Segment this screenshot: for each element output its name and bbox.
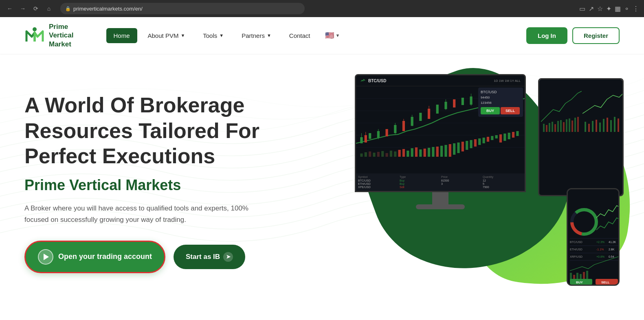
svg-rect-27	[449, 144, 451, 157]
svg-rect-17	[407, 151, 409, 157]
svg-rect-30	[462, 142, 464, 151]
chevron-down-icon: ▼	[180, 33, 185, 38]
svg-rect-24	[436, 147, 439, 157]
svg-rect-23	[432, 147, 434, 157]
url-text: primeverticalmarkets.com/en/	[73, 6, 143, 12]
logo-icon	[24, 25, 45, 46]
monitor-base	[416, 204, 465, 209]
profile-icon[interactable]: ⚬	[624, 5, 629, 13]
svg-rect-34	[478, 138, 481, 145]
tablet-chart-2	[582, 81, 623, 134]
col-type: Type	[400, 175, 440, 178]
svg-rect-41	[508, 133, 510, 139]
language-selector[interactable]: 🇺🇸 ▼	[321, 28, 344, 42]
back-button[interactable]: ←	[5, 4, 15, 13]
svg-text:+2.3%: +2.3%	[596, 241, 604, 243]
col-price: Price	[441, 175, 481, 178]
address-bar[interactable]: 🔒 primeverticalmarkets.com/en/	[60, 3, 305, 14]
browser-toolbar: ▭ ↗ ☆ ✦ ▦ ⚬ ⋮	[579, 5, 639, 13]
start-ib-button[interactable]: Start as IB ➤	[174, 245, 245, 269]
monitor-screen: BTC/USD 1D 1W 1M 1Y ALL	[355, 74, 526, 192]
svg-rect-26	[444, 145, 447, 157]
tablet-device	[538, 78, 624, 196]
svg-text:+0.8%: +0.8%	[596, 255, 604, 258]
open-account-button[interactable]: Open your trading account	[24, 241, 165, 273]
nav-item-partners[interactable]: Partners ▼	[234, 28, 279, 43]
login-button[interactable]: Log In	[526, 27, 567, 44]
star-icon[interactable]: ☆	[597, 5, 603, 13]
nav-item-contact[interactable]: Contact	[282, 28, 318, 43]
tablet-chart-1	[541, 81, 582, 134]
hero-section: A World Of Brokerage Resources Tailored …	[0, 54, 644, 320]
svg-rect-91	[585, 122, 586, 132]
menu-icon[interactable]: ⋮	[633, 5, 639, 13]
svg-rect-96	[603, 119, 604, 132]
nav-item-about[interactable]: About PVM ▼	[141, 28, 193, 43]
svg-rect-93	[592, 121, 593, 132]
svg-text:BTC/USD: BTC/USD	[570, 241, 582, 243]
svg-rect-22	[428, 148, 430, 157]
svg-rect-19	[415, 147, 418, 157]
svg-rect-77	[543, 124, 545, 132]
navbar: Prime Vertical Market Home About PVM ▼ T…	[0, 17, 644, 54]
share-icon[interactable]: ↗	[589, 5, 594, 13]
svg-point-0	[33, 27, 37, 31]
order-row-3: XPE/USD Sell 7900	[358, 186, 523, 188]
hero-description: A Broker where you will have access to q…	[24, 203, 257, 225]
svg-rect-87	[571, 121, 573, 132]
extension-icon[interactable]: ✦	[606, 5, 611, 13]
home-button[interactable]: ⌂	[44, 4, 54, 13]
lock-icon: 🔒	[65, 6, 71, 11]
play-triangle	[44, 254, 49, 260]
svg-rect-52	[419, 113, 422, 121]
svg-rect-56	[453, 99, 455, 107]
flag-icon: 🇺🇸	[325, 31, 334, 40]
svg-rect-31	[466, 141, 468, 150]
svg-rect-35	[483, 138, 485, 143]
svg-rect-29	[457, 142, 459, 153]
svg-rect-79	[549, 123, 550, 132]
svg-rect-6	[360, 153, 363, 157]
logo[interactable]: Prime Vertical Market	[24, 22, 74, 48]
svg-rect-81	[554, 124, 556, 132]
split-view-icon[interactable]: ▦	[615, 5, 621, 13]
monitor-stand	[432, 192, 448, 204]
svg-rect-11	[381, 151, 384, 157]
svg-rect-40	[503, 134, 506, 141]
svg-text:41.2K: 41.2K	[609, 241, 616, 243]
order-table: Symbol Type Price Quantity BTC/USD Buy 8…	[356, 173, 525, 191]
svg-rect-113	[570, 253, 619, 253]
svg-rect-36	[487, 137, 489, 142]
reload-button[interactable]: ⟳	[31, 4, 41, 13]
forward-button[interactable]: →	[18, 4, 28, 13]
svg-rect-46	[369, 133, 371, 139]
svg-rect-39	[499, 134, 502, 142]
svg-rect-99	[614, 117, 615, 132]
order-row-1: BTC/USD Buy 81500 12	[358, 179, 523, 182]
nav-item-tools[interactable]: Tools ▼	[196, 28, 231, 43]
price-label: 94450	[481, 96, 490, 99]
svg-rect-82	[557, 121, 559, 132]
chart-title-bar: BTC/USD 1D 1W 1M 1Y ALL	[356, 75, 525, 86]
nav-item-home[interactable]: Home	[106, 28, 137, 43]
cast-icon[interactable]: ▭	[579, 5, 585, 13]
svg-rect-18	[411, 148, 413, 157]
hero-subheading: Prime Vertical Markets	[24, 177, 301, 194]
buy-button[interactable]: BUY	[481, 107, 500, 114]
svg-rect-9	[373, 153, 375, 157]
sell-button[interactable]: SELL	[501, 107, 520, 114]
svg-rect-105	[570, 238, 619, 239]
svg-rect-78	[546, 125, 547, 132]
svg-rect-7	[365, 152, 367, 157]
svg-rect-57	[462, 98, 464, 105]
col-symbol: Symbol	[358, 175, 398, 178]
svg-rect-101	[568, 189, 620, 286]
register-button[interactable]: Register	[572, 27, 620, 44]
col-qty: Quantity	[483, 175, 523, 178]
svg-rect-20	[419, 149, 422, 157]
svg-rect-85	[566, 119, 567, 132]
svg-text:ETH/USD: ETH/USD	[570, 248, 582, 251]
svg-rect-86	[569, 118, 570, 132]
svg-rect-14	[394, 151, 396, 157]
svg-rect-48	[385, 129, 388, 136]
